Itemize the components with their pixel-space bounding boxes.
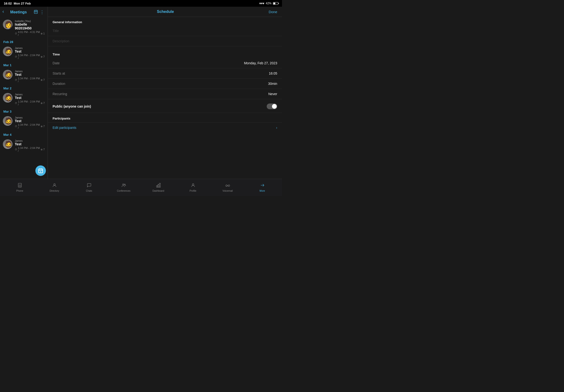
toggle-knob — [272, 104, 277, 109]
nav-item-dashboard[interactable]: Dashboard — [141, 183, 176, 192]
nav-item-conferences[interactable]: Conferences — [106, 183, 141, 192]
meeting-time: ⏱ 1:34 PM - 2:04 PM / ⊕ 7 — [15, 54, 45, 59]
nav-item-directory[interactable]: Directory — [37, 183, 72, 192]
edit-participants-label: Edit participants — [53, 126, 76, 129]
description-placeholder: Description — [53, 39, 69, 43]
meeting-name: Isabelle 902019450 — [15, 22, 45, 30]
meeting-info: James Test ⏱ 1:34 PM - 2:04 PM / ⊕ 7 — [15, 70, 45, 83]
globe-icon: ⊕ — [41, 56, 42, 58]
meeting-name: Test — [15, 49, 45, 53]
calendar-icon-button[interactable] — [34, 10, 38, 15]
header-icons: ⋮ — [34, 10, 44, 15]
meeting-owner: James — [15, 116, 45, 119]
duration-label: Duration — [53, 82, 65, 85]
meeting-info: James Test ⏱ 1:34 PM - 2:04 PM / ⊕ 7 — [15, 116, 45, 129]
svg-point-24 — [123, 184, 124, 185]
svg-point-22 — [20, 185, 21, 185]
meeting-time: ⏱ 1:34 PM - 2:04 PM / ⊕ 7 — [15, 147, 45, 152]
date-row[interactable]: Date Monday, Feb 27, 2023 — [48, 58, 282, 68]
public-toggle-row: Public (anyone can join) — [48, 100, 282, 113]
meetings-list: Isabelle (You) Isabelle 902019450 ⏱ 4:01… — [0, 17, 48, 179]
recurring-row[interactable]: Recurring Never — [48, 89, 282, 99]
left-header: ‹ Meetings ⋮ — [0, 7, 48, 17]
starts-at-row[interactable]: Starts at 16:05 — [48, 68, 282, 79]
date-label: Mar 3 — [0, 108, 48, 114]
meeting-name: Test — [15, 119, 45, 123]
svg-point-21 — [20, 185, 20, 185]
svg-rect-26 — [156, 186, 157, 187]
schedule-title: Schedule — [62, 10, 269, 14]
directory-icon — [52, 183, 57, 189]
nav-label-conferences: Conferences — [117, 190, 130, 192]
battery-percent: 42% — [266, 2, 272, 5]
battery-icon — [273, 2, 278, 5]
list-item[interactable]: James Test ⏱ 1:34 PM - 2:04 PM / ⊕ 7 — [0, 138, 48, 154]
svg-point-29 — [192, 183, 194, 185]
list-item[interactable]: James Test ⏱ 1:34 PM - 2:04 PM / ⊕ 7 — [0, 114, 48, 131]
nav-item-voicemail[interactable]: Voicemail — [210, 183, 245, 192]
participants-label: Participants — [53, 117, 70, 120]
description-row[interactable]: Description — [48, 36, 282, 46]
svg-point-15 — [20, 186, 20, 187]
globe-icon: ⊕ — [41, 125, 42, 128]
add-meeting-fab[interactable] — [35, 165, 46, 176]
clock-icon: ⏱ — [15, 125, 17, 128]
edit-participants-row[interactable]: Edit participants › — [48, 122, 282, 133]
nav-label-dashboard: Dashboard — [152, 190, 164, 192]
svg-point-20 — [19, 185, 19, 185]
schedule-header: Schedule Done — [48, 7, 282, 17]
nav-item-phone[interactable]: Phone — [2, 183, 37, 192]
bottom-nav: Phone Directory Chats Conference — [0, 179, 282, 196]
list-item[interactable]: James Test ⏱ 1:34 PM - 2:04 PM / ⊕ 7 — [0, 68, 48, 85]
avatar — [3, 93, 13, 102]
back-button[interactable]: ‹ — [2, 9, 4, 14]
public-toggle[interactable] — [267, 103, 277, 109]
svg-point-16 — [20, 186, 21, 187]
meeting-info: James Test ⏱ 1:34 PM - 2:04 PM / ⊕ 7 — [15, 47, 45, 59]
nav-label-phone: Phone — [16, 190, 23, 192]
nav-label-profile: Profile — [190, 190, 196, 192]
chats-icon — [87, 183, 92, 189]
participants-section: Participants — [48, 113, 282, 122]
avatar — [3, 139, 13, 149]
list-item[interactable]: James Test ⏱ 1:34 PM - 2:04 PM / ⊕ 7 — [0, 91, 48, 108]
date-label: Mar 2 — [0, 85, 48, 91]
meeting-name: Test — [15, 73, 45, 76]
date-label: Mar 1 — [0, 61, 48, 68]
nav-item-profile[interactable]: Profile — [176, 183, 210, 192]
profile-icon — [191, 183, 195, 189]
avatar-image — [3, 93, 13, 102]
avatar-image — [3, 70, 13, 79]
list-item[interactable]: Isabelle (You) Isabelle 902019450 ⏱ 4:01… — [0, 18, 48, 38]
title-row[interactable]: Title — [48, 26, 282, 36]
meeting-info: Isabelle (You) Isabelle 902019450 ⏱ 4:01… — [15, 20, 45, 36]
dashboard-icon — [156, 183, 161, 189]
avatar — [3, 116, 13, 126]
more-options-button[interactable]: ⋮ — [40, 10, 44, 15]
nav-item-more[interactable]: More — [245, 183, 280, 192]
done-button[interactable]: Done — [269, 10, 277, 14]
svg-point-31 — [228, 185, 230, 186]
recurring-value: Never — [268, 92, 277, 96]
title-placeholder: Title — [53, 29, 59, 33]
list-item[interactable]: James Test ⏱ 1:34 PM - 2:04 PM / ⊕ 7 — [0, 45, 48, 61]
more-icon — [260, 183, 265, 189]
meeting-info: James Test ⏱ 1:34 PM - 2:04 PM / ⊕ 7 — [15, 93, 45, 106]
globe-icon: ⊕ — [41, 148, 42, 151]
wifi-icon: ▾▾▾ — [259, 1, 264, 5]
status-right: ▾▾▾ 42% — [259, 1, 278, 5]
svg-point-14 — [19, 186, 19, 187]
meeting-name: Test — [15, 142, 45, 146]
nav-label-more: More — [260, 190, 265, 192]
duration-row[interactable]: Duration 30min — [48, 79, 282, 89]
svg-point-17 — [19, 185, 19, 186]
meeting-time: ⏱ 1:34 PM - 2:04 PM / ⊕ 7 — [15, 123, 45, 129]
date-label: Mar 4 — [0, 131, 48, 138]
date-value: Monday, Feb 27, 2023 — [244, 61, 277, 65]
globe-icon: ⊕ — [41, 79, 42, 81]
avatar — [3, 70, 13, 79]
meeting-name: Test — [15, 96, 45, 100]
public-label: Public (anyone can join) — [53, 104, 91, 108]
nav-item-chats[interactable]: Chats — [72, 183, 106, 192]
nav-label-chats: Chats — [86, 190, 92, 192]
